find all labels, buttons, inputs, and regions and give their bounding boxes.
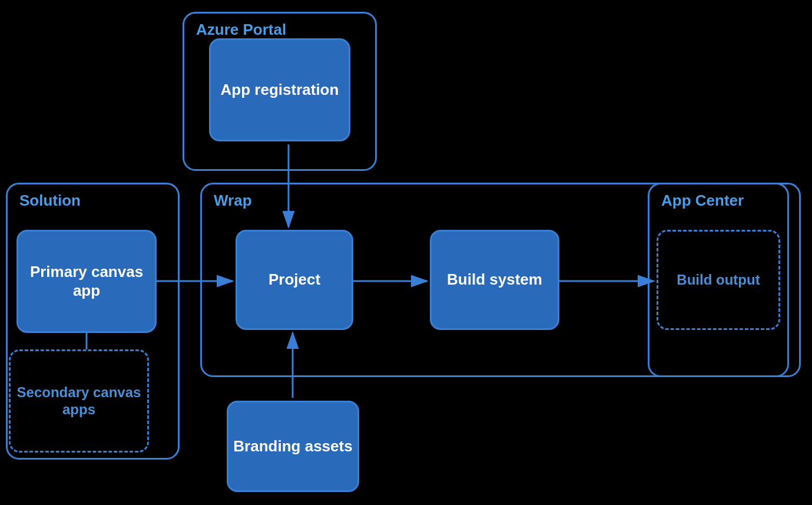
app-registration-box: App registration [209,38,350,141]
secondary-canvas-apps-box: Secondary canvas apps [9,349,149,453]
branding-assets-label: Branding assets [233,437,352,456]
diagram-container: Azure Portal App registration Solution P… [0,0,812,505]
build-output-label: Build output [677,272,760,289]
build-system-box: Build system [430,230,559,330]
primary-canvas-app-box: Primary canvas app [16,230,157,333]
branding-assets-box: Branding assets [227,401,359,492]
solution-label: Solution [19,192,81,210]
secondary-canvas-label: Secondary canvas apps [11,384,147,418]
azure-portal-label: Azure Portal [196,21,286,39]
app-center-label: App Center [661,192,744,210]
project-box: Project [236,230,353,330]
project-label: Project [269,270,320,289]
primary-canvas-label: Primary canvas app [18,263,155,299]
app-registration-label: App registration [221,81,339,99]
build-output-box: Build output [657,230,780,330]
build-system-label: Build system [447,270,542,289]
wrap-label: Wrap [214,192,252,210]
